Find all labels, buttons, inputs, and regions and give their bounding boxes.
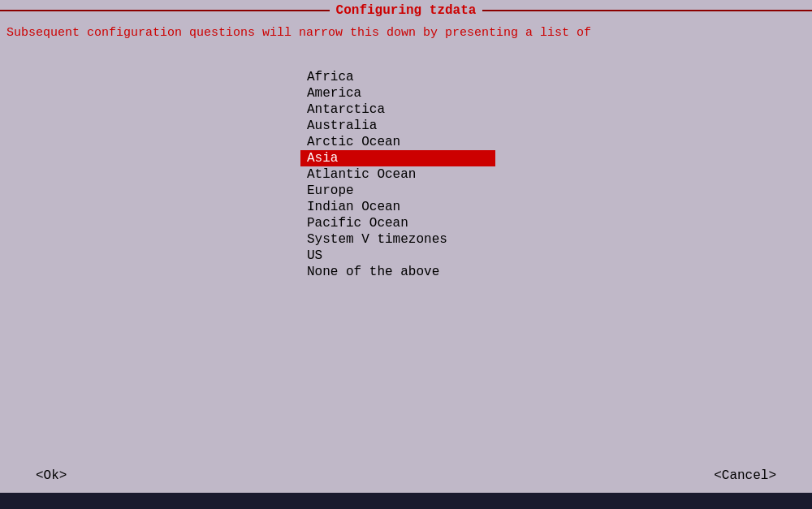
list-item[interactable]: System V timezones xyxy=(300,231,495,248)
list-item[interactable]: Europe xyxy=(300,183,495,199)
window-title: Configuring tzdata xyxy=(330,3,483,18)
bottom-bar: <Ok> <Cancel> xyxy=(0,467,812,485)
list-item[interactable]: America xyxy=(300,85,495,101)
ok-button[interactable]: <Ok> xyxy=(32,467,70,485)
list-item[interactable]: Australia xyxy=(300,118,495,134)
list-item[interactable]: Asia xyxy=(300,150,495,166)
list-item[interactable]: Arctic Ocean xyxy=(300,134,495,150)
title-bar-line-right xyxy=(482,10,812,11)
list-item[interactable]: None of the above xyxy=(300,264,495,280)
list-item[interactable]: US xyxy=(300,248,495,264)
subtitle: Subsequent configuration questions will … xyxy=(0,21,812,45)
title-bar-line-left xyxy=(0,10,330,11)
list-item[interactable]: Antarctica xyxy=(300,101,495,118)
bottom-strip xyxy=(0,493,812,509)
timezone-list: AfricaAmericaAntarcticaAustraliaArctic O… xyxy=(300,69,512,280)
main-content: AfricaAmericaAntarcticaAustraliaArctic O… xyxy=(0,45,812,280)
list-item[interactable]: Atlantic Ocean xyxy=(300,166,495,183)
list-item[interactable]: Africa xyxy=(300,69,495,85)
cancel-button[interactable]: <Cancel> xyxy=(710,467,780,485)
list-item[interactable]: Pacific Ocean xyxy=(300,215,495,231)
title-bar: Configuring tzdata xyxy=(0,0,812,21)
list-item[interactable]: Indian Ocean xyxy=(300,199,495,215)
